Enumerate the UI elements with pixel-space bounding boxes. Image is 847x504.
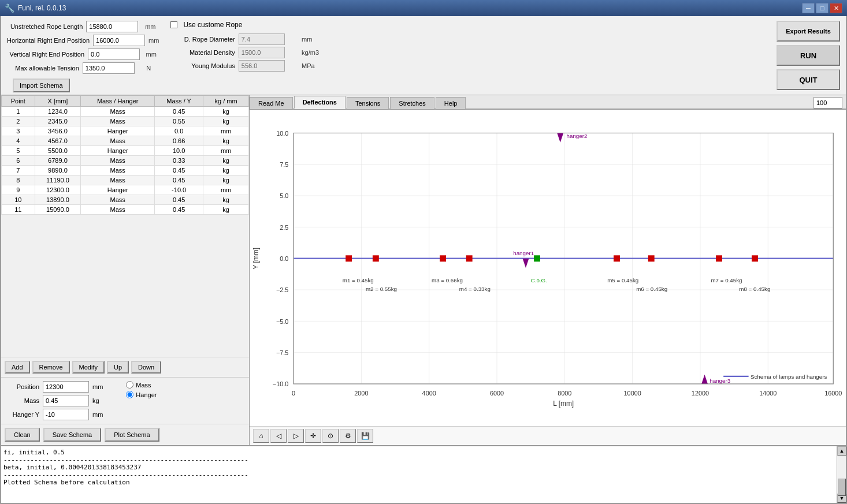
svg-text:hanger1: hanger1	[513, 250, 534, 256]
tab-tensions[interactable]: Tensions	[347, 97, 389, 109]
up-button[interactable]: Up	[107, 361, 129, 374]
export-results-button[interactable]: Export Results	[777, 21, 840, 42]
tab-bar: Read Me Deflections Tensions Stretches H…	[250, 95, 846, 110]
table-row: 33456.0Hanger0.0mm	[2, 126, 249, 136]
close-button[interactable]: ✕	[830, 3, 842, 13]
svg-text:−2.5: −2.5	[276, 286, 288, 293]
tab-number-input[interactable]	[813, 97, 842, 109]
edit-fields: Position mm Mass kg Hanger Y mm	[5, 381, 246, 420]
quit-button[interactable]: QUIT	[777, 69, 840, 90]
add-button[interactable]: Add	[5, 361, 30, 374]
young-input[interactable]	[239, 60, 285, 72]
table-row: 1013890.0Mass0.45kg	[2, 195, 249, 205]
remove-button[interactable]: Remove	[32, 361, 70, 374]
tension-label: Max allowable Tension	[7, 65, 79, 72]
position-input[interactable]	[43, 381, 89, 393]
mass-marker-8	[752, 255, 758, 262]
radio-mass[interactable]	[126, 381, 133, 389]
right-panel: Read Me Deflections Tensions Stretches H…	[250, 95, 846, 445]
table-row: 44567.0Mass0.66kg	[2, 136, 249, 146]
app-icon: 🔧	[5, 3, 14, 13]
mass-input[interactable]	[43, 395, 89, 406]
table-row: 912300.0Hanger-10.0mm	[2, 185, 249, 195]
young-label: Young Modulus	[170, 62, 235, 69]
svg-text:2000: 2000	[354, 390, 368, 397]
main-buttons: Export Results RUN QUIT	[777, 21, 840, 90]
table-row: 11234.0Mass0.45kg	[2, 107, 249, 117]
hangery-input[interactable]	[43, 409, 89, 420]
input-group: Unstretched Rope Length mm Horizontal Ri…	[7, 21, 159, 92]
scroll-thumb[interactable]	[838, 479, 846, 496]
radio-hanger-row: Hanger	[126, 391, 157, 398]
chart-save-button[interactable]: 💾	[357, 429, 373, 443]
top-controls: Unstretched Rope Length mm Horizontal Ri…	[1, 16, 846, 95]
log-area: fi, initial, 0.5 -----------------------…	[1, 445, 846, 503]
svg-text:16000: 16000	[824, 390, 842, 397]
horizontal-label: Horizontal Right End Position	[7, 37, 90, 44]
svg-text:12000: 12000	[692, 390, 709, 397]
unstretched-input[interactable]	[86, 21, 138, 32]
clean-button[interactable]: Clean	[5, 428, 40, 442]
content-area: Point X [mm] Mass / Hanger Mass / Y kg /…	[1, 95, 846, 445]
svg-text:Schema of lamps and hangers: Schema of lamps and hangers	[751, 374, 827, 380]
chart-config-button[interactable]: ⚙	[340, 429, 356, 443]
table-row: 22345.0Mass0.55kg	[2, 117, 249, 126]
save-schema-button[interactable]: Save Schema	[43, 428, 101, 442]
radio-group: Mass Hanger	[126, 381, 157, 420]
log-content: fi, initial, 0.5 -----------------------…	[1, 446, 837, 503]
diameter-input[interactable]	[239, 33, 285, 45]
chart-home-button[interactable]: ⌂	[253, 429, 269, 443]
custom-rope-checkbox[interactable]	[170, 21, 177, 28]
data-table: Point X [mm] Mass / Hanger Mass / Y kg /…	[1, 95, 249, 215]
scroll-track	[837, 456, 846, 494]
tab-help[interactable]: Help	[436, 97, 466, 109]
scroll-up-button[interactable]: ▲	[837, 446, 846, 456]
deflections-chart: 10.0 7.5 5.0 2.5 0.0 −2.5 −5.0 −7.5 −10.…	[250, 110, 846, 426]
mass-marker-1	[346, 255, 352, 262]
chart-zoom-button[interactable]: ⊙	[322, 429, 339, 443]
import-schema-button[interactable]: Import Schema	[13, 79, 70, 92]
svg-text:m6 = 0.45kg: m6 = 0.45kg	[636, 286, 667, 292]
modify-button[interactable]: Modify	[72, 361, 105, 374]
unstretched-unit: mm	[145, 23, 159, 30]
svg-text:C.o.G.: C.o.G.	[531, 277, 547, 283]
down-button[interactable]: Down	[131, 361, 161, 374]
radio-hanger-label: Hanger	[136, 391, 157, 398]
radio-mass-label: Mass	[136, 382, 151, 389]
custom-rope-label: Use custome Rope	[183, 21, 242, 29]
tension-input[interactable]	[83, 62, 135, 74]
svg-text:−10.0: −10.0	[273, 380, 288, 387]
radio-hanger[interactable]	[126, 391, 133, 398]
edit-inputs-left: Position mm Mass kg Hanger Y mm	[5, 381, 103, 420]
col-mass-y: Mass / Y	[155, 96, 203, 107]
tab-readme[interactable]: Read Me	[250, 97, 293, 109]
radio-mass-row: Mass	[126, 381, 157, 389]
maximize-button[interactable]: □	[816, 3, 829, 13]
tension-unit: N	[146, 65, 159, 72]
table-row: 79890.0Mass0.45kg	[2, 166, 249, 176]
unstretched-label: Unstretched Rope Length	[7, 23, 83, 30]
vertical-input[interactable]	[88, 48, 140, 60]
minimize-button[interactable]: ─	[802, 3, 815, 13]
vertical-row: Vertical Right End Position mm	[7, 48, 159, 60]
svg-text:4000: 4000	[422, 390, 436, 397]
vertical-unit: mm	[146, 51, 159, 58]
import-row: Import Schema	[7, 76, 159, 92]
svg-text:m4 = 0.33kg: m4 = 0.33kg	[459, 286, 491, 292]
chart-forward-button[interactable]: ▷	[288, 429, 304, 443]
tab-deflections[interactable]: Deflections	[294, 96, 346, 109]
col-kg-mm: kg / mm	[203, 96, 249, 107]
chart-pan-button[interactable]: ✛	[305, 429, 321, 443]
svg-text:0: 0	[292, 390, 295, 397]
plot-schema-button[interactable]: Plot Schema	[105, 428, 159, 442]
run-button[interactable]: RUN	[777, 45, 840, 66]
diameter-unit: mm	[302, 36, 332, 43]
action-buttons: Add Remove Modify Up Down	[1, 357, 249, 377]
svg-text:m2 = 0.55kg: m2 = 0.55kg	[366, 286, 397, 292]
density-input[interactable]	[239, 47, 285, 58]
chart-back-button[interactable]: ◁	[270, 429, 287, 443]
horizontal-input[interactable]	[93, 35, 145, 46]
table-row: 1115090.0Mass0.45kg	[2, 205, 249, 215]
mass-edit-row: Mass kg	[5, 395, 103, 406]
tab-stretches[interactable]: Stretches	[390, 97, 434, 109]
